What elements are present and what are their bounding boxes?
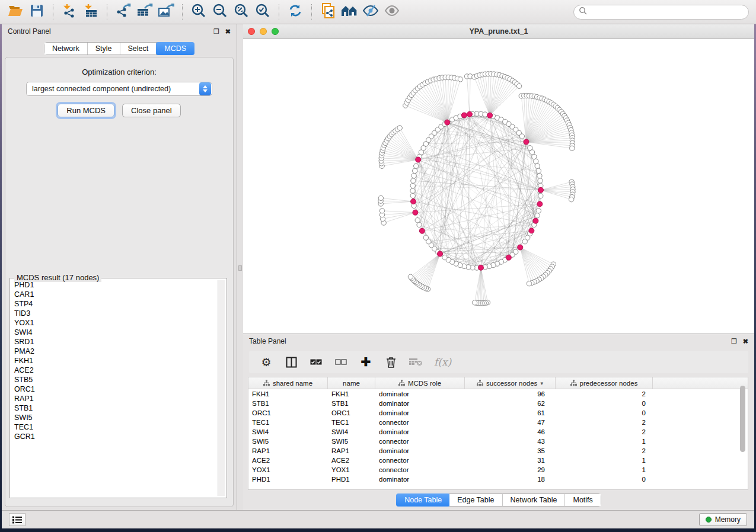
network-node[interactable] [417, 222, 422, 227]
mcds-hub-node[interactable] [518, 245, 523, 250]
network-node[interactable] [535, 213, 540, 218]
table-cell[interactable]: ORC1 [248, 408, 328, 418]
table-cell[interactable]: 2 [556, 427, 653, 437]
task-history-button[interactable] [9, 513, 25, 526]
network-node[interactable] [538, 193, 543, 198]
table-cell[interactable]: 0 [556, 475, 653, 484]
mcds-hub-node[interactable] [461, 113, 467, 118]
network-node[interactable] [536, 168, 541, 173]
mcds-result-item[interactable]: PHD1 [12, 280, 218, 290]
network-node[interactable] [483, 112, 487, 117]
export-table-button[interactable] [135, 2, 154, 21]
save-session-button[interactable] [27, 2, 46, 21]
table-cell[interactable]: 2 [556, 446, 653, 456]
network-node[interactable] [532, 154, 537, 159]
network-node[interactable] [537, 173, 542, 178]
search-field[interactable] [573, 5, 749, 20]
mcds-hub-node[interactable] [413, 210, 418, 215]
mcds-hub-node[interactable] [533, 218, 538, 223]
network-overview-button[interactable] [340, 2, 359, 21]
network-node[interactable] [415, 218, 420, 223]
open-file-button[interactable] [6, 2, 25, 21]
network-node[interactable] [423, 235, 428, 240]
table-row[interactable]: RAP1RAP1dominator352 [248, 446, 748, 456]
table-cell[interactable]: 0 [556, 408, 653, 418]
table-cell[interactable]: dominator [375, 408, 465, 418]
mcds-hub-node[interactable] [419, 228, 425, 233]
mcds-result-item[interactable]: YOX1 [12, 318, 218, 328]
network-node[interactable] [410, 183, 415, 188]
mcds-hub-node[interactable] [537, 201, 543, 207]
tab-style[interactable]: Style [88, 43, 120, 55]
network-node[interactable] [522, 239, 527, 244]
network-node[interactable] [412, 168, 417, 173]
network-node[interactable] [408, 274, 413, 279]
delete-column-trash-icon[interactable] [384, 355, 397, 368]
import-network-button[interactable] [60, 2, 79, 21]
network-canvas[interactable] [243, 39, 754, 334]
mcds-result-item[interactable]: STP4 [12, 299, 218, 309]
float-panel-icon[interactable]: ❒ [731, 338, 737, 345]
table-cell[interactable]: SWI4 [328, 427, 375, 437]
network-node[interactable] [538, 178, 543, 183]
table-cell[interactable]: connector [375, 437, 465, 446]
network-node[interactable] [410, 193, 415, 198]
column-header-shared-name[interactable]: shared name [248, 377, 328, 389]
mcds-result-item[interactable]: STB5 [12, 375, 218, 384]
mcds-result-item[interactable]: GCR1 [12, 432, 218, 441]
table-cell[interactable]: 1 [556, 456, 653, 465]
mcds-result-item[interactable]: RAP1 [12, 394, 218, 403]
network-node[interactable] [410, 188, 415, 193]
zoom-selected-button[interactable] [253, 2, 272, 21]
table-row[interactable]: SWI4SWI4dominator462 [248, 427, 748, 437]
table-scrollbar-thumb[interactable] [740, 386, 745, 452]
search-input[interactable] [587, 7, 735, 17]
network-node[interactable] [569, 197, 573, 201]
divider-grip-icon[interactable] [238, 265, 242, 271]
mcds-result-item[interactable]: ACE2 [12, 366, 218, 375]
zoom-in-button[interactable] [189, 2, 208, 21]
table-cell[interactable]: dominator [375, 389, 465, 399]
network-node[interactable] [569, 146, 574, 150]
table-cell[interactable]: STB1 [328, 399, 375, 408]
mcds-hub-node[interactable] [487, 113, 493, 118]
table-cell[interactable]: SWI5 [328, 437, 375, 446]
table-cell[interactable]: FKH1 [328, 389, 375, 399]
network-node[interactable] [414, 164, 419, 168]
network-node[interactable] [472, 300, 477, 305]
tab-node-table[interactable]: Node Table [396, 493, 450, 507]
table-row[interactable]: ORC1ORC1dominator610 [248, 408, 748, 418]
table-row[interactable]: YOX1YOX1connector291 [248, 465, 748, 475]
table-cell[interactable]: connector [375, 418, 465, 427]
mcds-result-item[interactable]: TEC1 [12, 422, 218, 432]
network-node[interactable] [442, 255, 447, 259]
mcds-result-item[interactable]: ORC1 [12, 384, 218, 394]
memory-button[interactable]: Memory [699, 513, 747, 526]
clone-network-button[interactable] [318, 2, 337, 21]
mcds-result-item[interactable]: CAR1 [12, 290, 218, 299]
close-panel-icon[interactable]: ✖ [225, 28, 231, 35]
mcds-hub-node[interactable] [524, 139, 529, 145]
table-cell[interactable]: STB1 [248, 399, 328, 408]
table-cell[interactable]: SWI4 [248, 427, 328, 437]
table-cell[interactable]: 2 [556, 418, 653, 427]
mcds-result-item[interactable]: SRD1 [12, 337, 218, 347]
table-cell[interactable]: 43 [465, 437, 556, 446]
mcds-hub-node[interactable] [538, 187, 543, 193]
deselect-all-columns-icon[interactable] [334, 355, 347, 368]
mcds-hub-node[interactable] [438, 251, 443, 257]
network-node[interactable] [379, 209, 384, 213]
mcds-list-scrollbar[interactable] [218, 280, 225, 496]
network-node[interactable] [412, 173, 416, 178]
table-row[interactable]: TEC1TEC1connector472 [248, 418, 748, 427]
table-cell[interactable]: 61 [465, 408, 556, 418]
table-cell[interactable]: dominator [375, 399, 465, 408]
table-cell[interactable]: 47 [465, 418, 556, 427]
table-cell[interactable]: 62 [465, 399, 556, 408]
mcds-hub-node[interactable] [445, 120, 450, 125]
table-cell[interactable]: ORC1 [328, 408, 375, 418]
table-row[interactable]: FKH1FKH1dominator962 [248, 389, 748, 399]
network-node[interactable] [534, 159, 538, 164]
table-cell[interactable]: SWI5 [248, 437, 328, 446]
mcds-result-item[interactable]: FKH1 [12, 356, 218, 366]
